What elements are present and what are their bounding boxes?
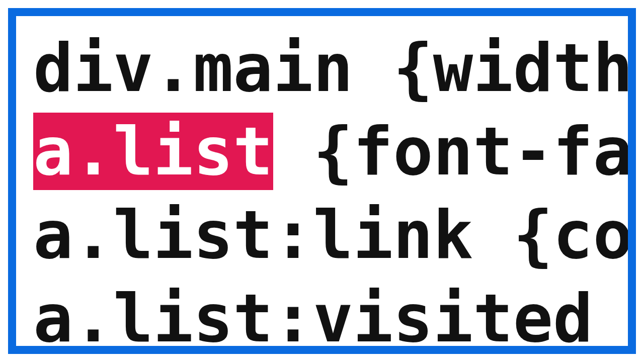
code-line-3: a.list:link {co — [33, 196, 633, 274]
code-preview-frame: div.main {width a.list {font-fa a.list:l… — [8, 8, 636, 354]
code-line-1: div.main {width — [33, 29, 633, 107]
code-line-2-rest: {font-fa — [273, 113, 633, 190]
css-code-block: div.main {width a.list {font-fa a.list:l… — [33, 26, 633, 354]
code-line-2-selected-selector: a.list — [33, 113, 273, 190]
code-line-4: a.list:visited — [33, 280, 593, 354]
